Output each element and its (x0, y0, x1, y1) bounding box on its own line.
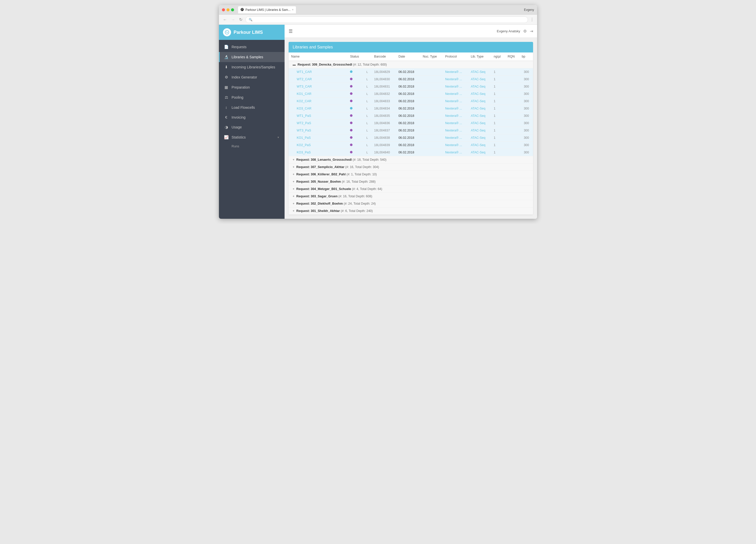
bp-value: 300 (519, 127, 533, 134)
type-badge: L (366, 151, 368, 154)
protocol-value: Nextera® ... (445, 121, 462, 125)
browser-tab[interactable]: 🅟 Parkour LIMS | Libraries & Sam... × (238, 6, 296, 13)
sample-name-link[interactable]: KO2_CAR (297, 99, 311, 103)
sidebar-item-usage[interactable]: ◑ Usage (219, 122, 285, 132)
sidebar-item-index-generator[interactable]: ⚙ Index Generator (219, 72, 285, 82)
bp-value: 300 (519, 134, 533, 142)
ng-value: 1 (491, 142, 505, 149)
sample-name-link[interactable]: WT1_PaS (297, 114, 311, 118)
sidebar-item-libraries[interactable]: 🔬 Libraries & Samples (219, 52, 285, 62)
reload-button[interactable]: ↻ (238, 17, 243, 22)
expand-button[interactable]: + (292, 173, 295, 176)
expand-button[interactable]: + (292, 195, 295, 198)
ng-value: 1 (491, 112, 505, 120)
table-container: Name Status Barcode Date Nuc. Type Proto… (289, 53, 533, 215)
preparation-icon: ▦ (224, 85, 229, 90)
table-row: WT2_PaS L 18L004836 06.02.2018 Nextera® … (289, 120, 533, 127)
table-row[interactable]: + Request: 302_Diekhoff_Boehm (#: 24, To… (289, 200, 533, 208)
sidebar-sub-item-runs[interactable]: Runs (219, 142, 285, 150)
table-row[interactable]: + Request: 307_Semplicio_Akhtar (#: 16, … (289, 164, 533, 171)
statistics-chevron-icon: ▼ (277, 136, 280, 139)
sidebar-item-incoming[interactable]: ⬇ Incoming Libraries/Samples (219, 62, 285, 72)
sample-name-link[interactable]: WT3_CAR (297, 85, 312, 88)
lib-type-value: ATAC-Seq (471, 136, 485, 140)
sidebar-item-statistics[interactable]: 📈 Statistics ▼ (219, 132, 285, 142)
expand-button[interactable]: + (292, 202, 295, 206)
table-row: KO2_PaS L 18L004839 06.02.2018 Nextera® … (289, 142, 533, 149)
col-name: Name (289, 53, 347, 61)
app-logo (223, 28, 231, 36)
col-lib-type: Lib. Type (468, 53, 491, 61)
expand-button[interactable]: + (292, 209, 295, 213)
settings-icon[interactable]: ⚙ (523, 29, 527, 34)
ng-value: 1 (491, 127, 505, 134)
sample-name-link[interactable]: KO2_PaS (297, 143, 311, 147)
nuc-type-value (420, 76, 443, 83)
sample-name-link[interactable]: KO3_CAR (297, 107, 311, 110)
sidebar-item-pooling[interactable]: ⚖ Pooling (219, 92, 285, 103)
rqn-value (505, 98, 519, 105)
close-button[interactable] (222, 8, 225, 11)
sidebar-item-requests[interactable]: 📄 Requests (219, 42, 285, 52)
bp-value: 300 (519, 83, 533, 90)
table-row[interactable]: + Request: 306_Köllerer_B02_Pahl (#: 1, … (289, 171, 533, 178)
status-dot (350, 107, 352, 110)
tab-close-button[interactable]: × (292, 8, 294, 11)
maximize-button[interactable] (231, 8, 234, 11)
expand-button[interactable]: + (292, 158, 295, 162)
minimize-button[interactable] (226, 8, 230, 11)
table-row: KO3_CAR L 18L004834 06.02.2018 Nextera® … (289, 105, 533, 112)
nuc-type-value (420, 90, 443, 98)
sample-name-link[interactable]: WT3_PaS (297, 129, 311, 132)
expand-button[interactable]: + (292, 187, 295, 191)
sidebar-item-load-flowcells-label: Load Flowcells (232, 106, 280, 110)
table-row[interactable]: ▬ Request: 309_Derecka_Grossschedl (#: 1… (289, 61, 533, 68)
table-row[interactable]: + Request: 303_Sagar_Gruen (#: 16, Total… (289, 193, 533, 200)
sidebar-item-invoicing[interactable]: € Invoicing (219, 112, 285, 122)
date-value: 06.02.2018 (396, 83, 420, 90)
browser-menu-button[interactable]: ⋮ (530, 17, 534, 22)
lib-type-value: ATAC-Seq (471, 99, 485, 103)
protocol-value: Nextera® ... (445, 107, 462, 110)
sample-name-link[interactable]: KO1_PaS (297, 136, 311, 140)
protocol-value: Nextera® ... (445, 129, 462, 132)
request-label: Request: 306_Köllerer_B02_Pahl (296, 173, 346, 176)
sample-name-link[interactable]: WT2_CAR (297, 78, 312, 81)
topbar-right: Evgeny Anatsky ⚙ ⇥ (497, 29, 533, 34)
sidebar-item-index-gen-label: Index Generator (232, 75, 280, 79)
sample-name-link[interactable]: KO1_CAR (297, 92, 311, 96)
date-value: 06.02.2018 (396, 105, 420, 112)
sidebar-item-load-flowcells[interactable]: ↕ Load Flowcells (219, 103, 285, 112)
table-row[interactable]: + Request: 305_Nusser_Boehm (#: 16, Tota… (289, 178, 533, 186)
address-bar[interactable]: 🔍 (245, 16, 528, 23)
nuc-type-value (420, 134, 443, 142)
sample-name-link[interactable]: WT2_PaS (297, 121, 311, 125)
expand-button[interactable]: + (292, 165, 295, 169)
table-row: WT3_CAR L 18L004831 06.02.2018 Nextera® … (289, 83, 533, 90)
barcode-value: 18L004837 (374, 129, 390, 132)
titlebar-user: Evgeny (524, 8, 534, 12)
date-value: 06.02.2018 (396, 149, 420, 156)
hamburger-button[interactable]: ☰ (289, 29, 293, 34)
table-row[interactable]: + Request: 308_Lenaerts_Grossschedl (#: … (289, 156, 533, 164)
barcode-value: 18L004832 (374, 92, 390, 96)
sidebar-item-preparation[interactable]: ▦ Preparation (219, 82, 285, 92)
logout-icon[interactable]: ⇥ (530, 29, 533, 34)
barcode-value: 18L004836 (374, 121, 390, 125)
forward-button[interactable]: → (230, 17, 236, 22)
protocol-value: Nextera® ... (445, 136, 462, 140)
sample-name-link[interactable]: KO3_PaS (297, 151, 311, 154)
sidebar-item-preparation-label: Preparation (232, 85, 280, 89)
table-row[interactable]: + Request: 304_Metzger_B01_Schuele (#: 4… (289, 186, 533, 193)
back-button[interactable]: ← (222, 17, 228, 22)
date-value: 06.02.2018 (396, 98, 420, 105)
table-row[interactable]: + Request: 301_Sheikh_Akhtar (#: 6, Tota… (289, 208, 533, 215)
table-header-row: Name Status Barcode Date Nuc. Type Proto… (289, 53, 533, 61)
sample-name-link[interactable]: WT1_CAR (297, 70, 312, 74)
type-badge: L (366, 122, 368, 125)
titlebar: 🅟 Parkour LIMS | Libraries & Sam... × Ev… (219, 5, 537, 15)
expand-button[interactable]: + (292, 180, 295, 184)
status-dot (350, 92, 352, 95)
expand-button[interactable]: ▬ (292, 63, 297, 66)
topbar-username: Evgeny Anatsky (497, 29, 520, 33)
